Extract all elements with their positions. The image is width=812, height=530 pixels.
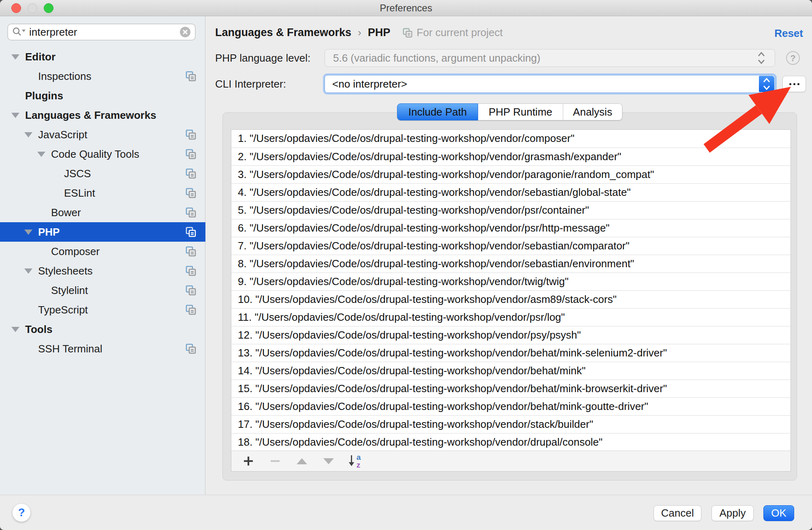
include-path-row[interactable]: 14. "/Users/opdavies/Code/os/drupal-test… [231,362,791,380]
shared-settings-icon [185,207,197,218]
ellipsis-icon [789,83,791,85]
shared-settings-icon [185,129,197,140]
shared-settings-icon [185,246,197,257]
sidebar-item-label: Composer [51,245,100,258]
sidebar-item-inspections[interactable]: Inspections [0,67,205,86]
include-path-row[interactable]: 10. "/Users/opdavies/Code/os/drupal-test… [231,290,791,308]
breadcrumb: Languages & Frameworks › PHP For current… [215,26,503,39]
sidebar-tree: EditorInspectionsPluginsLanguages & Fram… [0,47,205,358]
help-button[interactable]: ? [12,503,31,522]
include-path-row[interactable]: 6. "/Users/opdavies/Code/os/drupal-testi… [231,219,791,237]
include-path-row[interactable]: 12. "/Users/opdavies/Code/os/drupal-test… [231,326,791,344]
dialog-footer: ? Cancel Apply OK [0,495,812,530]
chevron-down-icon[interactable] [11,54,19,60]
sidebar-item-label: Tools [25,323,52,336]
svg-text:z: z [357,461,361,469]
tab-php-runtime[interactable]: PHP Runtime [478,103,563,120]
cancel-button[interactable]: Cancel [654,505,701,521]
apply-button[interactable]: Apply [712,505,754,521]
sidebar-item-tools[interactable]: Tools [0,320,205,339]
shared-settings-icon [185,71,197,82]
include-path-row[interactable]: 17. "/Users/opdavies/Code/os/drupal-test… [231,415,791,433]
sidebar-item-typescript[interactable]: TypeScript [0,300,205,320]
language-level-select[interactable]: 5.6 (variadic functions, argument unpack… [325,49,775,67]
reset-link[interactable]: Reset [774,27,803,40]
sidebar-item-stylelint[interactable]: Stylelint [0,281,205,300]
chevron-down-icon[interactable] [24,132,32,137]
include-path-row[interactable]: 3. "/Users/opdavies/Code/os/drupal-testi… [231,165,791,183]
browse-interpreters-button[interactable] [782,76,806,92]
include-path-row[interactable]: 18. "/Users/opdavies/Code/os/drupal-test… [231,433,791,451]
shared-settings-icon [185,285,197,296]
shared-settings-icon [185,265,197,277]
sidebar-item-plugins[interactable]: Plugins [0,86,205,105]
stepper-icon[interactable] [759,76,774,92]
sidebar-item-editor[interactable]: Editor [0,47,205,67]
sidebar-item-label: Code Quality Tools [51,148,139,161]
search-icon[interactable] [12,27,26,37]
sidebar-item-label: TypeScript [38,304,88,316]
chevron-down-icon[interactable] [24,230,32,235]
sidebar-item-label: Languages & Frameworks [25,109,156,122]
shared-settings-icon [402,28,413,38]
include-path-row[interactable]: 9. "/Users/opdavies/Code/os/drupal-testi… [231,273,791,290]
cli-interpreter-select[interactable]: <no interpreter> [325,75,775,93]
include-path-row[interactable]: 5. "/Users/opdavies/Code/os/drupal-testi… [231,201,791,219]
sidebar-item-label: Stylelint [51,284,88,297]
clear-icon[interactable] [179,26,191,38]
move-down-icon[interactable] [321,454,337,468]
chevron-down-icon[interactable] [37,152,45,157]
include-path-panel: 1. "/Users/opdavies/Code/os/drupal-testi… [222,112,797,481]
sidebar-item-composer[interactable]: Composer [0,242,205,261]
help-icon[interactable]: ? [786,51,800,65]
sidebar-item-code-quality-tools[interactable]: Code Quality Tools [0,144,205,164]
chevron-down-icon[interactable] [11,113,19,118]
breadcrumb-current: PHP [368,26,391,39]
sidebar-item-label: JSCS [64,167,91,180]
settings-content: Languages & Frameworks › PHP For current… [206,16,812,495]
sidebar-item-label: Inspections [38,70,92,83]
svg-text:a: a [357,453,361,461]
tab-include-path[interactable]: Include Path [397,103,478,120]
list-toolbar: a z [231,451,791,472]
include-path-row[interactable]: 16. "/Users/opdavies/Code/os/drupal-test… [231,397,791,415]
sidebar-item-javascript[interactable]: JavaScript [0,125,205,144]
sidebar-item-jscs[interactable]: JSCS [0,164,205,183]
sidebar-item-ssh-terminal[interactable]: SSH Terminal [0,339,205,358]
sidebar-item-label: ESLint [64,187,95,200]
sidebar-item-eslint[interactable]: ESLint [0,183,205,203]
include-path-list: 1. "/Users/opdavies/Code/os/drupal-testi… [231,129,791,451]
search-input[interactable]: interpreter [7,24,196,41]
sidebar-item-php[interactable]: PHP [0,222,205,242]
include-path-row[interactable]: 8. "/Users/opdavies/Code/os/drupal-testi… [231,255,791,273]
include-path-row[interactable]: 11. "/Users/opdavies/Code/os/drupal-test… [231,308,791,326]
search-input-value[interactable]: interpreter [29,26,179,39]
include-path-row[interactable]: 7. "/Users/opdavies/Code/os/drupal-testi… [231,237,791,255]
sidebar-item-bower[interactable]: Bower [0,203,205,222]
title-bar[interactable]: Preferences [0,0,812,16]
sidebar-item-stylesheets[interactable]: Stylesheets [0,261,205,281]
include-path-row[interactable]: 4. "/Users/opdavies/Code/os/drupal-testi… [231,183,791,201]
include-path-row[interactable]: 15. "/Users/opdavies/Code/os/drupal-test… [231,380,791,397]
sidebar-item-label: PHP [38,226,60,238]
stepper-icon[interactable] [756,51,767,65]
move-up-icon[interactable] [294,454,310,468]
tab-bar: Include PathPHP RuntimeAnalysis [397,103,622,120]
include-path-row[interactable]: 13. "/Users/opdavies/Code/os/drupal-test… [231,344,791,362]
ok-button[interactable]: OK [763,505,794,521]
remove-icon[interactable] [267,454,283,468]
settings-sidebar: interpreter EditorInspectionsPluginsLang… [0,16,205,495]
sort-alpha-icon[interactable]: a z [347,454,363,468]
sidebar-item-languages-frameworks[interactable]: Languages & Frameworks [0,105,205,125]
include-path-row[interactable]: 2. "/Users/opdavies/Code/os/drupal-testi… [231,148,791,165]
tab-analysis[interactable]: Analysis [563,103,622,120]
chevron-down-icon[interactable] [11,327,19,332]
breadcrumb-parent[interactable]: Languages & Frameworks [215,26,351,39]
language-level-label: PHP language level: [215,52,310,64]
chevron-down-icon[interactable] [24,268,32,274]
include-path-row[interactable]: 1. "/Users/opdavies/Code/os/drupal-testi… [231,130,791,148]
sidebar-item-label: Bower [51,206,81,219]
window-title: Preferences [0,0,812,16]
shared-settings-icon [185,148,197,160]
add-icon[interactable] [240,454,256,468]
